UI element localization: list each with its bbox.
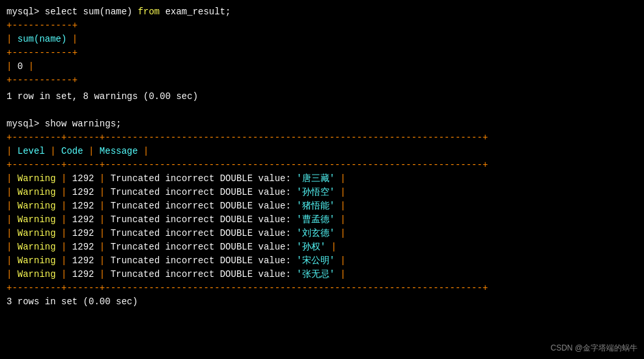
- terminal: mysql> select sum(name) from exam_result…: [0, 0, 644, 314]
- sum-value-row: | 0 |: [7, 60, 637, 74]
- sum-border-bot: +-----------+: [7, 74, 637, 87]
- table-row: | Warning | 1292 | Truncated incorrect D…: [7, 254, 637, 268]
- prompt1: mysql>: [7, 7, 45, 17]
- final-result-line: 3 rows in set (0.00 sec): [7, 295, 637, 309]
- result-line1: 1 row in set, 8 warnings (0.00 sec): [7, 90, 637, 104]
- sum-header-row: | sum(name) |: [7, 33, 637, 46]
- table-bottom-border: +---------+------+----------------------…: [7, 281, 637, 295]
- sum-border-mid: +-----------+: [7, 46, 637, 60]
- table-row: | Warning | 1292 | Truncated incorrect D…: [7, 268, 637, 281]
- from-keyword: from: [138, 7, 160, 17]
- table-top-border: +---------+------+----------------------…: [7, 131, 637, 145]
- watermark: CSDN @金字塔端的蜗牛: [550, 343, 637, 354]
- select-keyword: select sum(name): [45, 7, 138, 17]
- command2-line: mysql> show warnings;: [7, 117, 637, 131]
- table-header-row: | Level | Code | Message |: [7, 145, 637, 158]
- table-row: | Warning | 1292 | Truncated incorrect D…: [7, 172, 637, 186]
- sum-border-top: +-----------+: [7, 19, 637, 33]
- table-row: | Warning | 1292 | Truncated incorrect D…: [7, 186, 637, 199]
- table-row: | Warning | 1292 | Truncated incorrect D…: [7, 213, 637, 227]
- table-ref: exam_result;: [160, 7, 231, 17]
- blank-line: [7, 104, 637, 117]
- command1-line: mysql> select sum(name) from exam_result…: [7, 5, 637, 19]
- table-row: | Warning | 1292 | Truncated incorrect D…: [7, 240, 637, 254]
- table-row: | Warning | 1292 | Truncated incorrect D…: [7, 199, 637, 213]
- table-divider: +---------+------+----------------------…: [7, 158, 637, 172]
- table-row: | Warning | 1292 | Truncated incorrect D…: [7, 227, 637, 240]
